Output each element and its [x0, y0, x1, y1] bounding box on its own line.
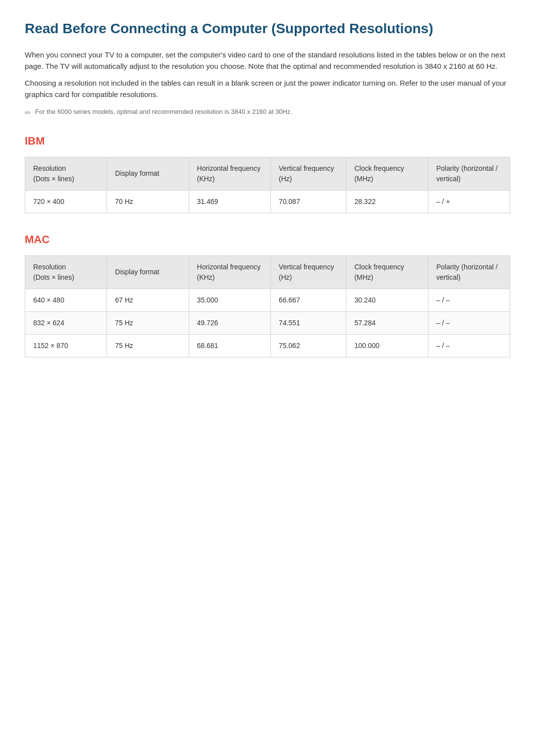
mac-cell-polarity: – / –: [428, 289, 510, 311]
ibm-col-horizontal: Horizontal frequency (KHz): [189, 157, 270, 190]
mac-cell-horizontal: 68.681: [189, 334, 270, 357]
mac-section: MAC Resolution(Dots × lines) Display for…: [25, 231, 510, 357]
mac-table: Resolution(Dots × lines) Display format …: [25, 255, 510, 357]
pencil-icon: ✏: [25, 107, 31, 119]
ibm-section-title: IBM: [25, 133, 510, 149]
ibm-col-vertical: Vertical frequency (Hz): [270, 157, 346, 190]
note-text: For the 6000 series models, optimal and …: [35, 107, 292, 117]
mac-cell-horizontal: 49.726: [189, 311, 270, 334]
mac-col-vertical: Vertical frequency (Hz): [270, 255, 346, 289]
ibm-col-resolution: Resolution(Dots × lines): [25, 157, 107, 190]
intro-paragraph-1: When you connect your TV to a computer, …: [25, 50, 510, 72]
mac-cell-display_format: 75 Hz: [107, 334, 189, 357]
ibm-section: IBM Resolution(Dots × lines) Display for…: [25, 133, 510, 213]
mac-col-horizontal: Horizontal frequency (KHz): [189, 255, 270, 289]
page-title: Read Before Connecting a Computer (Suppo…: [25, 20, 510, 38]
mac-cell-clock: 57.284: [346, 311, 428, 334]
ibm-col-polarity: Polarity (horizontal / vertical): [428, 157, 510, 190]
ibm-cell-vertical: 70.087: [270, 190, 346, 213]
mac-col-display: Display format: [107, 255, 189, 289]
ibm-table: Resolution(Dots × lines) Display format …: [25, 157, 510, 213]
mac-cell-polarity: – / –: [428, 311, 510, 334]
mac-cell-horizontal: 35.000: [189, 289, 270, 311]
table-row: 640 × 48067 Hz35.00066.66730.240– / –: [25, 289, 510, 311]
mac-cell-vertical: 75.062: [270, 334, 346, 357]
table-row: 720 × 40070 Hz31.46970.08728.322– / +: [25, 190, 510, 213]
mac-cell-vertical: 74.551: [270, 311, 346, 334]
mac-cell-clock: 100.000: [346, 334, 428, 357]
ibm-cell-clock: 28.322: [346, 190, 428, 213]
table-row: 832 × 62475 Hz49.72674.55157.284– / –: [25, 311, 510, 334]
note-box: ✏ For the 6000 series models, optimal an…: [25, 107, 510, 119]
mac-cell-display_format: 75 Hz: [107, 311, 189, 334]
table-row: 1152 × 87075 Hz68.68175.062100.000– / –: [25, 334, 510, 357]
ibm-table-header-row: Resolution(Dots × lines) Display format …: [25, 157, 510, 190]
mac-cell-resolution: 832 × 624: [25, 311, 107, 334]
mac-col-resolution: Resolution(Dots × lines): [25, 255, 107, 289]
mac-cell-resolution: 1152 × 870: [25, 334, 107, 357]
mac-cell-vertical: 66.667: [270, 289, 346, 311]
ibm-cell-resolution: 720 × 400: [25, 190, 107, 213]
intro-paragraph-2: Choosing a resolution not included in th…: [25, 78, 510, 100]
mac-section-title: MAC: [25, 231, 510, 248]
mac-cell-clock: 30.240: [346, 289, 428, 311]
mac-col-clock: Clock frequency (MHz): [346, 255, 428, 289]
ibm-cell-display_format: 70 Hz: [107, 190, 189, 213]
mac-table-header-row: Resolution(Dots × lines) Display format …: [25, 255, 510, 289]
mac-cell-display_format: 67 Hz: [107, 289, 189, 311]
ibm-col-clock: Clock frequency (MHz): [346, 157, 428, 190]
ibm-col-display: Display format: [107, 157, 189, 190]
ibm-cell-horizontal: 31.469: [189, 190, 270, 213]
mac-cell-polarity: – / –: [428, 334, 510, 357]
mac-cell-resolution: 640 × 480: [25, 289, 107, 311]
ibm-cell-polarity: – / +: [428, 190, 510, 213]
mac-col-polarity: Polarity (horizontal / vertical): [428, 255, 510, 289]
